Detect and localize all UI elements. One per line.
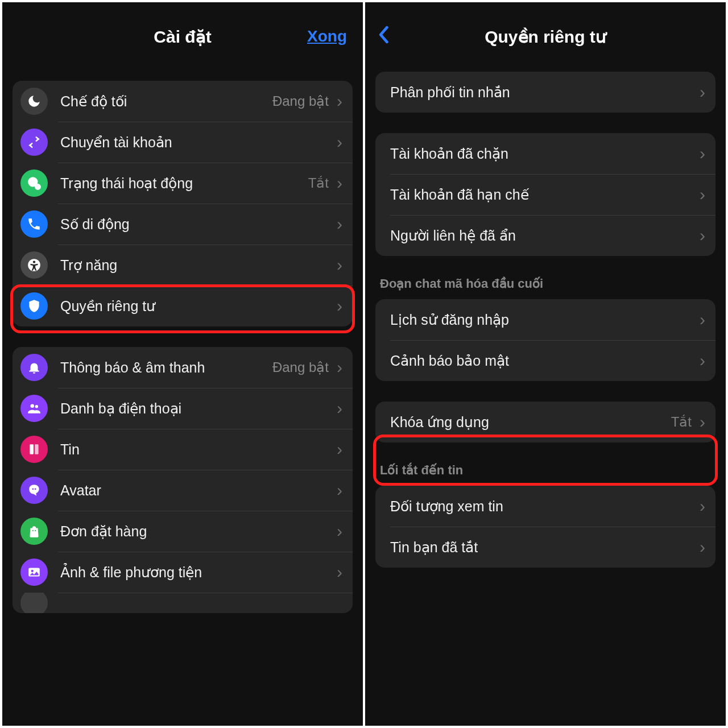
chevron-right-icon: › <box>337 481 342 500</box>
privacy-group-5: Đối tượng xem tin › Tin bạn đã tắt › <box>375 486 715 568</box>
svg-point-11 <box>35 530 36 531</box>
chevron-right-icon: › <box>700 310 705 329</box>
svg-point-8 <box>32 488 34 490</box>
chevron-right-icon: › <box>700 537 705 557</box>
section-shortcut: Lối tắt đến tin <box>375 463 715 486</box>
settings-group-1: Chế độ tối Đang bật › Chuyển tài khoản ›… <box>13 81 353 326</box>
row-label: Tài khoản đã hạn chế <box>390 187 694 203</box>
row-privacy[interactable]: Quyền riêng tư › <box>13 286 353 326</box>
privacy-title: Quyền riêng tư <box>485 27 606 47</box>
row-phone-contacts[interactable]: Danh bạ điện thoại › <box>13 388 353 429</box>
chevron-right-icon: › <box>700 185 705 204</box>
shopping-bag-icon <box>20 518 48 545</box>
row-muted-stories[interactable]: Tin bạn đã tắt › <box>375 527 715 568</box>
back-button[interactable] <box>378 26 389 47</box>
row-label: Tin bạn đã tắt <box>390 539 694 556</box>
row-orders[interactable]: Đơn đặt hàng › <box>13 511 353 552</box>
chevron-right-icon: › <box>337 92 342 111</box>
done-button[interactable]: Xong <box>307 27 347 46</box>
row-blocked-accounts[interactable]: Tài khoản đã chặn › <box>375 133 715 174</box>
svg-point-4 <box>31 404 35 408</box>
bell-icon <box>20 354 48 381</box>
row-label: Trợ năng <box>60 257 331 274</box>
row-notifications[interactable]: Thông báo & âm thanh Đang bật › <box>13 347 353 388</box>
privacy-header: Quyền riêng tư <box>375 2 715 71</box>
svg-point-3 <box>33 260 35 263</box>
row-label: Tin <box>60 441 331 458</box>
svg-point-13 <box>31 570 34 572</box>
chevron-right-icon: › <box>337 296 342 316</box>
chevron-right-icon: › <box>700 412 705 432</box>
switch-account-icon <box>20 129 48 156</box>
row-photos-media[interactable]: Ảnh & file phương tiện › <box>13 552 353 593</box>
row-active-status[interactable]: Trạng thái hoạt động Tắt › <box>13 163 353 204</box>
contacts-icon <box>20 395 48 422</box>
row-label: Avatar <box>60 482 331 499</box>
privacy-group-4: Khóa ứng dụng Tắt › <box>375 402 715 442</box>
row-hidden-contacts[interactable]: Người liên hệ đã ẩn › <box>375 215 715 256</box>
shield-icon <box>20 292 48 320</box>
section-e2e: Đoạn chat mã hóa đầu cuối <box>375 276 715 299</box>
row-security-alerts[interactable]: Cảnh báo bảo mật › <box>375 340 715 381</box>
moon-icon <box>20 88 48 115</box>
svg-point-5 <box>35 405 38 408</box>
chevron-right-icon: › <box>337 255 342 275</box>
row-accessibility[interactable]: Trợ năng › <box>13 245 353 286</box>
privacy-screen: Quyền riêng tư Phân phối tin nhắn › Tài … <box>364 0 728 728</box>
chevron-right-icon: › <box>700 497 705 516</box>
chevron-right-icon: › <box>700 351 705 370</box>
row-label: Trạng thái hoạt động <box>60 175 308 192</box>
row-app-lock[interactable]: Khóa ứng dụng Tắt › <box>375 402 715 442</box>
svg-point-10 <box>32 530 34 531</box>
avatar-icon <box>20 477 48 504</box>
row-label: Khóa ứng dụng <box>390 414 671 431</box>
row-login-history[interactable]: Lịch sử đăng nhập › <box>375 299 715 340</box>
story-icon <box>20 436 48 463</box>
row-message-delivery[interactable]: Phân phối tin nhắn › <box>375 72 715 113</box>
row-label: Đối tượng xem tin <box>390 498 694 515</box>
placeholder-icon <box>20 593 48 613</box>
row-cutoff[interactable] <box>13 593 353 613</box>
row-mobile-number[interactable]: Số di động › <box>13 204 353 245</box>
chevron-right-icon: › <box>337 173 342 193</box>
settings-screen: Cài đặt Xong Chế độ tối Đang bật › Chuyể… <box>0 0 364 728</box>
chevron-right-icon: › <box>337 133 342 152</box>
chevron-right-icon: › <box>337 522 342 541</box>
chevron-right-icon: › <box>337 358 342 377</box>
row-label: Chế độ tối <box>60 93 272 110</box>
row-label: Lịch sử đăng nhập <box>390 312 694 328</box>
row-dark-mode[interactable]: Chế độ tối Đang bật › <box>13 81 353 122</box>
svg-rect-6 <box>30 444 34 454</box>
chevron-right-icon: › <box>337 440 342 459</box>
settings-title: Cài đặt <box>154 27 211 47</box>
row-label: Số di động <box>60 216 331 233</box>
row-value: Tắt <box>308 175 329 191</box>
chevron-right-icon: › <box>337 214 342 234</box>
accessibility-icon <box>20 251 48 279</box>
row-value: Tắt <box>671 414 692 430</box>
svg-point-9 <box>35 488 36 490</box>
settings-group-2: Thông báo & âm thanh Đang bật › Danh bạ … <box>13 347 353 613</box>
settings-header: Cài đặt Xong <box>13 2 353 71</box>
row-label: Đơn đặt hàng <box>60 523 331 540</box>
row-story-audience[interactable]: Đối tượng xem tin › <box>375 486 715 527</box>
row-restricted-accounts[interactable]: Tài khoản đã hạn chế › <box>375 174 715 215</box>
row-switch-account[interactable]: Chuyển tài khoản › <box>13 122 353 163</box>
photo-icon <box>20 559 48 586</box>
row-label: Cảnh báo bảo mật <box>390 353 694 369</box>
chevron-right-icon: › <box>337 562 342 582</box>
row-label: Quyền riêng tư <box>60 298 331 315</box>
phone-icon <box>20 210 48 238</box>
row-avatar[interactable]: Avatar › <box>13 470 353 511</box>
active-status-icon <box>20 169 48 197</box>
svg-rect-7 <box>35 444 39 454</box>
row-label: Danh bạ điện thoại <box>60 400 331 417</box>
row-value: Đang bật <box>272 359 329 375</box>
chevron-right-icon: › <box>700 144 705 163</box>
row-value: Đang bật <box>272 93 329 109</box>
row-label: Tài khoản đã chặn <box>390 146 694 162</box>
chevron-right-icon: › <box>337 399 342 418</box>
row-story[interactable]: Tin › <box>13 429 353 470</box>
privacy-group-2: Tài khoản đã chặn › Tài khoản đã hạn chế… <box>375 133 715 256</box>
svg-point-1 <box>35 184 41 190</box>
